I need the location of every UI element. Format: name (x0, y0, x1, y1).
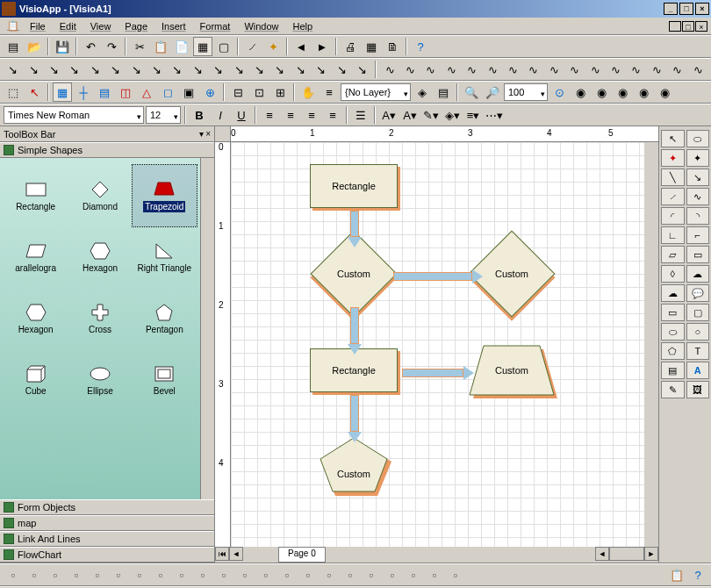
line-tool[interactable]: ╲ (661, 169, 685, 186)
connector-tool-7[interactable]: ↘ (147, 60, 166, 79)
rect-tool[interactable]: ▭ (661, 304, 685, 321)
connector-tool-5[interactable]: ↘ (106, 60, 125, 79)
page-tab[interactable]: Page 0 (278, 547, 326, 563)
connector-tool-11[interactable]: ↘ (229, 60, 248, 79)
grid-icon[interactable]: ▦ (362, 37, 381, 56)
close-button[interactable]: × (695, 3, 709, 15)
angle-tool[interactable]: ∟ (661, 226, 685, 244)
undo-button[interactable]: ↶ (81, 37, 100, 56)
connector-tool-15[interactable]: ↘ (312, 60, 330, 79)
toolbox-close[interactable]: × (205, 129, 211, 139)
connector-tool-13[interactable]: ↘ (270, 60, 289, 79)
shape-rectangle[interactable]: Rectangle (4, 165, 68, 226)
align-right[interactable]: ≡ (302, 105, 321, 125)
doc-tool[interactable]: ▱ (661, 246, 685, 263)
cut-button[interactable]: ✂ (130, 37, 149, 56)
help-button[interactable]: ? (411, 37, 430, 56)
arrow-tool[interactable]: ↘ (686, 169, 710, 186)
view-tool-4[interactable]: ◉ (655, 82, 674, 102)
circle-tool[interactable]: ○ (686, 323, 710, 341)
menu-view[interactable]: View (83, 19, 118, 33)
arrange-16[interactable]: ▫ (341, 565, 360, 584)
curve-tool-2[interactable]: ∿ (421, 60, 440, 79)
list-icon[interactable]: ☰ (351, 105, 370, 125)
curve-tool-12[interactable]: ∿ (627, 60, 645, 79)
curve-tool-3[interactable]: ∿ (442, 60, 461, 79)
roundrect-tool[interactable]: ▢ (686, 304, 710, 321)
arrange-4[interactable]: ▫ (88, 565, 107, 584)
layer-combo[interactable]: {No Layer} (341, 83, 411, 101)
curve-tool-8[interactable]: ∿ (545, 60, 564, 79)
arc-tool-2[interactable]: ◝ (686, 207, 710, 225)
shape-pentagon[interactable]: Pentagon (133, 288, 197, 349)
align-a[interactable]: ⊟ (228, 82, 248, 102)
shape-diamond[interactable]: Diamond (68, 165, 132, 226)
page-first[interactable]: ⏮ (215, 547, 229, 561)
fill-color[interactable]: A▾ (400, 105, 420, 125)
balloon-tool[interactable]: 💬 (686, 284, 710, 302)
menu-page[interactable]: Page (118, 19, 154, 33)
canvas-shape-4[interactable]: Custom (468, 344, 556, 397)
line-color[interactable]: ✎▾ (421, 105, 441, 125)
arrange-0[interactable]: ▫ (4, 565, 23, 584)
align-c[interactable]: ⊞ (270, 82, 290, 102)
shape-hexagon[interactable]: Hexagon (4, 288, 68, 349)
menu-file[interactable]: File (23, 19, 53, 33)
curve-tool-7[interactable]: ∿ (524, 60, 542, 79)
polyline[interactable]: ⟋ (661, 188, 685, 205)
shape-cube[interactable]: Cube (4, 349, 68, 411)
ruler-icon[interactable]: ◫ (116, 82, 135, 102)
shape-b[interactable]: ◻ (158, 82, 177, 102)
arrange-14[interactable]: ▫ (298, 565, 318, 584)
view-tool-2[interactable]: ◉ (613, 82, 632, 102)
bold-button[interactable]: B (190, 105, 209, 125)
curve-tool-10[interactable]: ∿ (585, 60, 604, 79)
mdi-maximize[interactable]: □ (682, 21, 694, 32)
arc-tool[interactable]: ◜ (661, 207, 685, 225)
arrange-5[interactable]: ▫ (109, 565, 128, 584)
nav-prev[interactable]: ◄ (291, 37, 311, 56)
callout-a[interactable]: ◊ (661, 265, 685, 283)
canvas-scrollbar-v[interactable] (644, 142, 658, 547)
curve-tool-4[interactable]: ∿ (463, 60, 481, 79)
arrange-7[interactable]: ▫ (151, 565, 170, 584)
arrange-3[interactable]: ▫ (67, 565, 86, 584)
guides-icon[interactable]: ▤ (95, 82, 114, 102)
curve-tool[interactable]: ∿ (686, 188, 710, 205)
connector-b[interactable]: ✦ (263, 37, 283, 56)
font-name-combo[interactable]: Times New Roman (4, 106, 144, 124)
menu-insert[interactable]: Insert (154, 19, 193, 33)
arrange-10[interactable]: ▫ (214, 565, 233, 584)
preview-button[interactable]: 🗎 (383, 37, 402, 56)
curve-tool-0[interactable]: ∿ (380, 60, 399, 79)
app-menu-icon[interactable]: 📋 (4, 20, 23, 32)
connector-tool-0[interactable]: ↘ (4, 60, 22, 79)
view-tool-1[interactable]: ◉ (592, 82, 611, 102)
connector-tool-12[interactable]: ↘ (250, 60, 269, 79)
hand-icon[interactable]: ✋ (298, 82, 318, 102)
nav-next[interactable]: ► (312, 37, 332, 56)
shape-bevel[interactable]: Bevel (133, 349, 197, 411)
arrange-13[interactable]: ▫ (277, 565, 297, 584)
connector-tool-16[interactable]: ↘ (333, 60, 351, 79)
snap-icon[interactable]: ┼ (74, 82, 93, 102)
cloud-tool[interactable]: ☁ (661, 284, 685, 302)
select-icon[interactable]: ⬚ (4, 82, 23, 102)
scroll-thumb[interactable] (609, 547, 644, 561)
connector-tool-14[interactable]: ↘ (291, 60, 310, 79)
font-color[interactable]: A▾ (379, 105, 399, 125)
arrange-20[interactable]: ▫ (425, 565, 444, 584)
scroll-right[interactable]: ► (644, 547, 658, 561)
curve-tool-1[interactable]: ∿ (401, 60, 420, 79)
minimize-button[interactable]: _ (664, 3, 678, 15)
arrange-17[interactable]: ▫ (362, 565, 381, 584)
shape-right-triangle[interactable]: Right Triangle (133, 226, 197, 288)
note-tool[interactable]: ▭ (686, 246, 710, 263)
font-size-combo[interactable]: 12 (146, 106, 181, 124)
mdi-close[interactable]: × (695, 21, 707, 32)
arrange-6[interactable]: ▫ (130, 565, 149, 584)
line-style[interactable]: ◈▾ (442, 105, 462, 125)
connector-tool-4[interactable]: ↘ (86, 60, 104, 79)
menu-format[interactable]: Format (193, 19, 238, 33)
curve-tool-6[interactable]: ∿ (504, 60, 522, 79)
